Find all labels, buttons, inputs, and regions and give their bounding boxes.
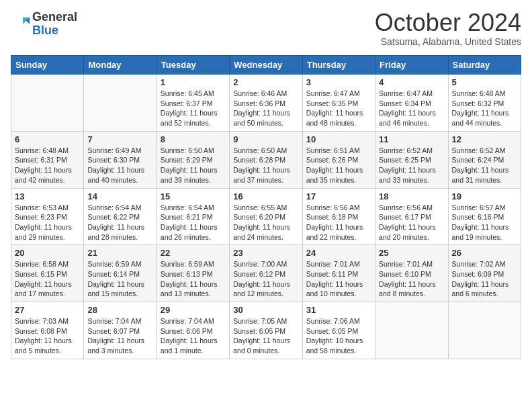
calendar-cell xyxy=(375,302,448,359)
day-detail: Sunrise: 7:05 AMSunset: 6:05 PMDaylight:… xyxy=(233,316,298,356)
calendar-cell: 26Sunrise: 7:02 AMSunset: 6:09 PMDayligh… xyxy=(448,245,521,302)
location-text: Satsuma, Alabama, United States xyxy=(375,36,521,47)
calendar-cell: 17Sunrise: 6:56 AMSunset: 6:18 PMDayligh… xyxy=(302,188,375,245)
calendar-cell: 20Sunrise: 6:58 AMSunset: 6:15 PMDayligh… xyxy=(11,245,84,302)
day-detail: Sunrise: 7:04 AMSunset: 6:07 PMDaylight:… xyxy=(87,316,152,356)
day-detail: Sunrise: 6:51 AMSunset: 6:26 PMDaylight:… xyxy=(306,146,371,185)
day-detail: Sunrise: 7:00 AMSunset: 6:12 PMDaylight:… xyxy=(233,259,298,299)
day-detail: Sunrise: 6:48 AMSunset: 6:31 PMDaylight:… xyxy=(15,146,80,185)
calendar-cell: 29Sunrise: 7:04 AMSunset: 6:06 PMDayligh… xyxy=(157,302,229,359)
calendar-week-5: 27Sunrise: 7:03 AMSunset: 6:08 PMDayligh… xyxy=(11,302,521,359)
calendar-cell xyxy=(448,302,521,359)
day-number: 30 xyxy=(233,305,298,315)
calendar-cell xyxy=(11,75,84,132)
day-detail: Sunrise: 7:02 AMSunset: 6:09 PMDaylight:… xyxy=(452,259,517,299)
day-number: 28 xyxy=(87,305,152,315)
day-detail: Sunrise: 6:58 AMSunset: 6:15 PMDaylight:… xyxy=(15,259,80,299)
calendar-cell: 19Sunrise: 6:57 AMSunset: 6:16 PMDayligh… xyxy=(448,188,521,245)
calendar-table: Sunday Monday Tuesday Wednesday Thursday… xyxy=(11,55,521,359)
month-title: October 2024 xyxy=(375,11,521,35)
day-number: 5 xyxy=(452,77,517,87)
day-number: 9 xyxy=(233,134,298,144)
day-number: 31 xyxy=(306,305,371,315)
day-number: 7 xyxy=(87,134,152,144)
header-row: Sunday Monday Tuesday Wednesday Thursday… xyxy=(11,56,521,75)
day-number: 18 xyxy=(379,191,444,201)
calendar-cell: 31Sunrise: 7:06 AMSunset: 6:05 PMDayligh… xyxy=(302,302,375,359)
col-wednesday: Wednesday xyxy=(230,56,302,75)
calendar-week-3: 13Sunrise: 6:53 AMSunset: 6:23 PMDayligh… xyxy=(11,188,521,245)
calendar-cell: 4Sunrise: 6:47 AMSunset: 6:34 PMDaylight… xyxy=(375,75,448,132)
logo-text: General Blue xyxy=(32,11,77,38)
day-detail: Sunrise: 6:59 AMSunset: 6:13 PMDaylight:… xyxy=(161,259,226,299)
calendar-cell: 28Sunrise: 7:04 AMSunset: 6:07 PMDayligh… xyxy=(84,302,157,359)
day-number: 21 xyxy=(87,248,152,258)
day-detail: Sunrise: 6:56 AMSunset: 6:17 PMDaylight:… xyxy=(379,203,444,242)
calendar-cell: 27Sunrise: 7:03 AMSunset: 6:08 PMDayligh… xyxy=(11,302,84,359)
day-number: 24 xyxy=(306,248,371,258)
day-number: 16 xyxy=(233,191,298,201)
day-detail: Sunrise: 7:01 AMSunset: 6:10 PMDaylight:… xyxy=(379,259,444,299)
calendar-cell: 16Sunrise: 6:55 AMSunset: 6:20 PMDayligh… xyxy=(230,188,302,245)
col-monday: Monday xyxy=(84,56,157,75)
calendar-cell: 2Sunrise: 6:46 AMSunset: 6:36 PMDaylight… xyxy=(230,75,302,132)
day-number: 3 xyxy=(306,77,371,87)
calendar-cell: 22Sunrise: 6:59 AMSunset: 6:13 PMDayligh… xyxy=(157,245,229,302)
day-number: 15 xyxy=(161,191,226,201)
calendar-cell: 24Sunrise: 7:01 AMSunset: 6:11 PMDayligh… xyxy=(302,245,375,302)
calendar-cell: 23Sunrise: 7:00 AMSunset: 6:12 PMDayligh… xyxy=(230,245,302,302)
day-detail: Sunrise: 6:54 AMSunset: 6:21 PMDaylight:… xyxy=(161,203,226,242)
day-detail: Sunrise: 7:06 AMSunset: 6:05 PMDaylight:… xyxy=(306,316,371,356)
calendar-cell: 25Sunrise: 7:01 AMSunset: 6:10 PMDayligh… xyxy=(375,245,448,302)
col-thursday: Thursday xyxy=(302,56,375,75)
col-saturday: Saturday xyxy=(448,56,521,75)
day-number: 19 xyxy=(452,191,517,201)
calendar-cell: 5Sunrise: 6:48 AMSunset: 6:32 PMDaylight… xyxy=(448,75,521,132)
calendar-cell: 8Sunrise: 6:50 AMSunset: 6:29 PMDaylight… xyxy=(157,131,229,188)
day-detail: Sunrise: 7:03 AMSunset: 6:08 PMDaylight:… xyxy=(15,316,80,356)
day-number: 29 xyxy=(161,305,226,315)
day-detail: Sunrise: 6:47 AMSunset: 6:35 PMDaylight:… xyxy=(306,89,371,128)
calendar-cell: 7Sunrise: 6:49 AMSunset: 6:30 PMDaylight… xyxy=(84,131,157,188)
logo-blue-text: Blue xyxy=(32,24,77,38)
calendar-cell: 30Sunrise: 7:05 AMSunset: 6:05 PMDayligh… xyxy=(230,302,302,359)
calendar-week-2: 6Sunrise: 6:48 AMSunset: 6:31 PMDaylight… xyxy=(11,131,521,188)
calendar-cell: 1Sunrise: 6:45 AMSunset: 6:37 PMDaylight… xyxy=(157,75,229,132)
day-detail: Sunrise: 6:49 AMSunset: 6:30 PMDaylight:… xyxy=(87,146,152,185)
day-number: 6 xyxy=(15,134,80,144)
day-number: 12 xyxy=(452,134,517,144)
day-detail: Sunrise: 6:47 AMSunset: 6:34 PMDaylight:… xyxy=(379,89,444,128)
day-number: 25 xyxy=(379,248,444,258)
day-number: 14 xyxy=(87,191,152,201)
logo-icon xyxy=(11,15,30,34)
day-number: 23 xyxy=(233,248,298,258)
day-number: 27 xyxy=(15,305,80,315)
calendar-cell: 15Sunrise: 6:54 AMSunset: 6:21 PMDayligh… xyxy=(157,188,229,245)
day-number: 2 xyxy=(233,77,298,87)
calendar-cell xyxy=(84,75,157,132)
day-number: 10 xyxy=(306,134,371,144)
calendar-header: Sunday Monday Tuesday Wednesday Thursday… xyxy=(11,56,521,75)
calendar-cell: 11Sunrise: 6:52 AMSunset: 6:25 PMDayligh… xyxy=(375,131,448,188)
calendar-cell: 12Sunrise: 6:52 AMSunset: 6:24 PMDayligh… xyxy=(448,131,521,188)
calendar-cell: 3Sunrise: 6:47 AMSunset: 6:35 PMDaylight… xyxy=(302,75,375,132)
calendar-cell: 13Sunrise: 6:53 AMSunset: 6:23 PMDayligh… xyxy=(11,188,84,245)
day-detail: Sunrise: 6:57 AMSunset: 6:16 PMDaylight:… xyxy=(452,203,517,242)
logo-general-text: General xyxy=(32,11,77,24)
day-detail: Sunrise: 6:50 AMSunset: 6:28 PMDaylight:… xyxy=(233,146,298,185)
day-detail: Sunrise: 6:53 AMSunset: 6:23 PMDaylight:… xyxy=(15,203,80,242)
day-detail: Sunrise: 6:50 AMSunset: 6:29 PMDaylight:… xyxy=(161,146,226,185)
calendar-cell: 9Sunrise: 6:50 AMSunset: 6:28 PMDaylight… xyxy=(230,131,302,188)
day-detail: Sunrise: 6:48 AMSunset: 6:32 PMDaylight:… xyxy=(452,89,517,128)
day-detail: Sunrise: 6:55 AMSunset: 6:20 PMDaylight:… xyxy=(233,203,298,242)
day-number: 22 xyxy=(161,248,226,258)
day-number: 17 xyxy=(306,191,371,201)
calendar-week-1: 1Sunrise: 6:45 AMSunset: 6:37 PMDaylight… xyxy=(11,75,521,132)
calendar-cell: 14Sunrise: 6:54 AMSunset: 6:22 PMDayligh… xyxy=(84,188,157,245)
calendar-cell: 18Sunrise: 6:56 AMSunset: 6:17 PMDayligh… xyxy=(375,188,448,245)
day-number: 8 xyxy=(161,134,226,144)
calendar-week-4: 20Sunrise: 6:58 AMSunset: 6:15 PMDayligh… xyxy=(11,245,521,302)
page-header: General Blue October 2024 Satsuma, Alaba… xyxy=(11,11,521,47)
day-number: 13 xyxy=(15,191,80,201)
day-detail: Sunrise: 7:04 AMSunset: 6:06 PMDaylight:… xyxy=(161,316,226,356)
